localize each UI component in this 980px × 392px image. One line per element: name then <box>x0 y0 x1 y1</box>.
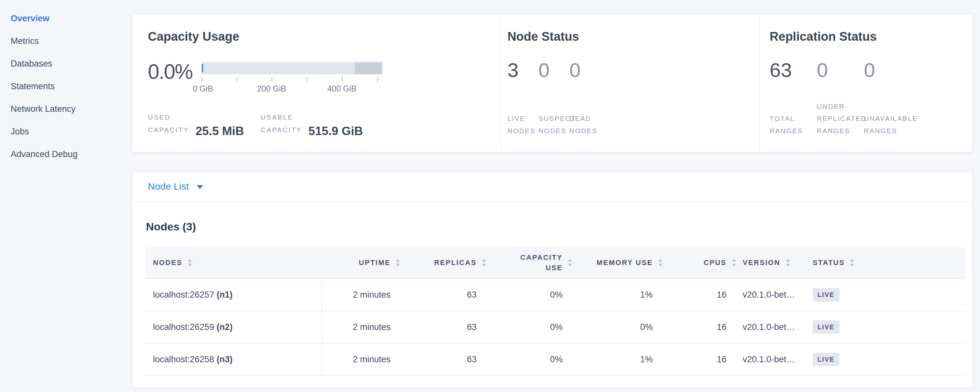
usable-capacity-label: USABLE CAPACITY <box>261 111 302 137</box>
node-status-title: Node Status <box>507 30 752 43</box>
capacity-gauge-bar <box>202 62 382 74</box>
sort-icon <box>658 259 663 267</box>
capacity-use-cell: 0% <box>490 343 576 376</box>
sidebar: Overview Metrics Databases Statements Ne… <box>0 0 132 166</box>
memory-use-cell: 0% <box>576 311 666 343</box>
column-header-nodes[interactable]: NODES <box>146 247 322 279</box>
capacity-gauge-other-segment <box>355 62 382 74</box>
node-id: (n1) <box>217 290 233 300</box>
unavailable-ranges-stat: 0 UNAVAILABLE RANGES <box>864 60 911 137</box>
main-content: Capacity Usage 0.0% <box>132 14 972 388</box>
cpus-cell: 16 <box>667 343 740 376</box>
unavailable-ranges-value: 0 <box>864 60 911 80</box>
uptime-cell: 2 minutes <box>322 311 404 343</box>
capacity-gauge-axis-labels: 0 GiB 200 GiB 400 GiB <box>202 84 382 94</box>
version-cell: v20.1.0-bet… <box>740 343 808 376</box>
version-cell: v20.1.0-bet… <box>740 311 808 343</box>
used-capacity-label: USED CAPACITY <box>148 111 189 137</box>
node-status-section: Node Status 3 LIVE NODES 0 SUSPECT NODE <box>501 14 759 152</box>
sidebar-item-jobs[interactable]: Jobs <box>11 120 132 143</box>
under-replicated-ranges-value: 0 <box>817 60 864 80</box>
cpus-cell: 16 <box>667 311 740 343</box>
capacity-use-cell: 0% <box>490 311 576 343</box>
suspect-nodes-value: 0 <box>538 60 569 80</box>
sidebar-item-network-latency[interactable]: Network Latency <box>11 97 132 120</box>
suspect-nodes-label: SUSPECT NODES <box>538 112 569 137</box>
capacity-gauge: 0 GiB 200 GiB 400 GiB <box>202 62 382 94</box>
sort-icon <box>786 259 790 267</box>
version-cell: v20.1.0-bet… <box>740 279 808 311</box>
axis-label-200: 200 GiB <box>257 84 286 93</box>
column-header-version[interactable]: VERSION <box>740 247 808 279</box>
node-list-selector[interactable]: Node List <box>148 181 203 192</box>
total-ranges-label: TOTAL RANGES <box>770 112 817 137</box>
node-id: (n2) <box>217 322 233 332</box>
sidebar-item-databases[interactable]: Databases <box>11 53 132 75</box>
column-header-cpus[interactable]: CPUS <box>667 247 740 279</box>
under-replicated-ranges-stat: 0 UNDER- REPLICATED RANGES <box>817 60 864 137</box>
capacity-usage-section: Capacity Usage 0.0% <box>132 14 501 152</box>
live-nodes-stat: 3 LIVE NODES <box>507 60 538 137</box>
table-header-row: NODES UPTIME REPLICAS <box>146 247 966 279</box>
uptime-cell: 2 minutes <box>322 279 404 311</box>
dead-nodes-stat: 0 DEAD NODES <box>569 60 600 137</box>
uptime-cell: 2 minutes <box>322 343 404 376</box>
status-badge: LIVE <box>813 352 840 366</box>
table-row-node-3[interactable]: localhost:26258 (n3) 2 minutes 63 0% 1% … <box>146 343 966 376</box>
under-replicated-ranges-label: UNDER- REPLICATED RANGES <box>817 100 864 137</box>
used-capacity-stat: USED CAPACITY 25.5 MiB <box>148 111 244 137</box>
column-header-status[interactable]: STATUS <box>808 247 966 279</box>
live-nodes-value: 3 <box>507 60 538 80</box>
usable-capacity-value: 515.9 GiB <box>309 125 363 137</box>
nodes-table-heading: Nodes (3) <box>146 220 966 233</box>
status-badge: LIVE <box>813 320 840 334</box>
memory-use-cell: 1% <box>576 279 666 311</box>
column-header-uptime[interactable]: UPTIME <box>322 247 404 279</box>
unavailable-ranges-label: UNAVAILABLE RANGES <box>864 112 911 137</box>
sort-icon <box>482 259 486 267</box>
capacity-use-cell: 0% <box>490 279 576 311</box>
axis-label-400: 400 GiB <box>328 84 356 93</box>
used-capacity-value: 25.5 MiB <box>196 125 244 137</box>
dead-nodes-value: 0 <box>569 60 600 80</box>
sidebar-item-advanced-debug[interactable]: Advanced Debug <box>11 143 132 166</box>
nodes-table: NODES UPTIME REPLICAS <box>146 247 966 376</box>
view-selector-bar: Node List <box>132 172 972 202</box>
live-nodes-label: LIVE NODES <box>507 112 538 137</box>
node-list-selector-label: Node List <box>148 181 189 192</box>
sidebar-item-overview[interactable]: Overview <box>11 7 132 30</box>
cluster-overview-page: Overview Metrics Databases Statements Ne… <box>0 0 980 392</box>
dead-nodes-label: DEAD NODES <box>569 112 600 137</box>
table-row-node-1[interactable]: localhost:26257 (n1) 2 minutes 63 0% 1% … <box>146 279 966 311</box>
replication-status-title: Replication Status <box>770 30 966 43</box>
sort-icon <box>396 259 400 267</box>
replicas-cell: 63 <box>404 311 490 343</box>
total-ranges-stat: 63 TOTAL RANGES <box>770 60 817 137</box>
axis-label-0: 0 GiB <box>193 84 213 93</box>
replication-status-section: Replication Status 63 TOTAL RANGES 0 UND… <box>759 14 972 152</box>
nodes-table-section: Nodes (3) NODES UPTIME <box>132 202 972 387</box>
cpus-cell: 16 <box>667 279 740 311</box>
node-link[interactable]: localhost:26259 <box>153 322 214 332</box>
column-header-memory-use[interactable]: MEMORY USE <box>576 247 666 279</box>
sidebar-item-metrics[interactable]: Metrics <box>11 30 132 53</box>
sidebar-item-statements[interactable]: Statements <box>11 75 132 97</box>
suspect-nodes-stat: 0 SUSPECT NODES <box>538 60 569 137</box>
chevron-down-icon <box>197 185 203 189</box>
column-header-capacity-use[interactable]: CAPACITY USE <box>490 247 576 279</box>
column-header-replicas[interactable]: REPLICAS <box>404 247 490 279</box>
node-link[interactable]: localhost:26258 <box>153 355 214 364</box>
cluster-summary-card: Capacity Usage 0.0% <box>132 14 972 153</box>
sort-icon <box>732 259 736 267</box>
node-link[interactable]: localhost:26257 <box>153 290 214 300</box>
status-badge: LIVE <box>813 288 840 301</box>
replicas-cell: 63 <box>404 279 490 311</box>
sort-icon <box>850 259 854 267</box>
table-row-node-2[interactable]: localhost:26259 (n2) 2 minutes 63 0% 0% … <box>146 311 966 343</box>
capacity-usage-title: Capacity Usage <box>148 30 494 43</box>
node-list-card: Node List Nodes (3) NODES <box>132 171 972 388</box>
capacity-gauge-ticks <box>202 77 382 82</box>
capacity-used-percent: 0.0% <box>148 61 192 82</box>
usable-capacity-stat: USABLE CAPACITY 515.9 GiB <box>261 111 363 137</box>
sort-icon <box>188 259 192 267</box>
